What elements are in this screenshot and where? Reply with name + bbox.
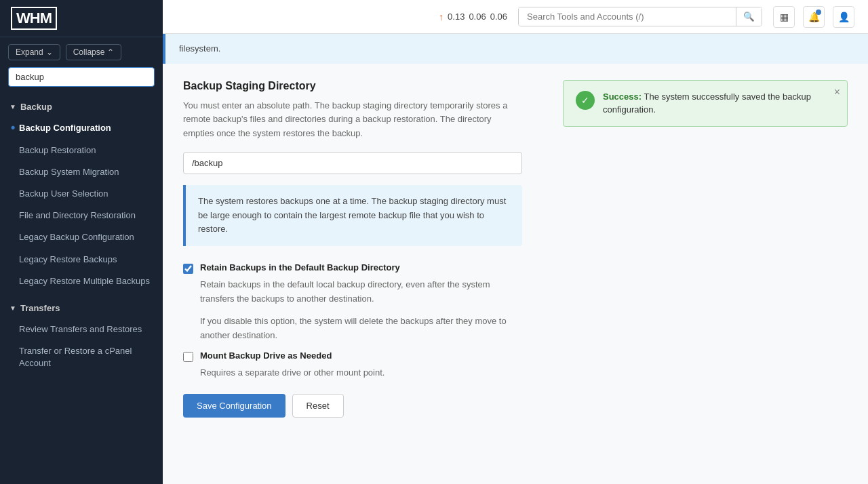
section-description: You must enter an absolute path. The bac… — [183, 99, 522, 141]
content-area: filesystem. Backup Staging Directory You… — [163, 34, 868, 484]
sidebar-item-legacy-backup-configuration[interactable]: Legacy Backup Configuration — [0, 226, 163, 248]
chevron-down-icon: ▼ — [9, 304, 16, 312]
sidebar-item-label: Legacy Restore Multiple Backups — [19, 276, 150, 286]
col-right: ✓ Success: The system successfully saved… — [542, 80, 848, 127]
reset-button[interactable]: Reset — [292, 394, 344, 418]
sidebar-item-label: Transfer or Restore a cPanel Account — [19, 346, 132, 368]
transfers-group-label: Transfers — [20, 303, 60, 313]
search-icon: 🔍 — [743, 12, 755, 22]
sidebar: WHM Expand ⌄ Collapse ⌃ ▼ Backup Backup … — [0, 0, 163, 484]
success-check-icon: ✓ — [576, 91, 595, 110]
expand-icon: ⌄ — [46, 47, 53, 57]
backup-path-input[interactable] — [183, 152, 522, 174]
topbar-icons: ▦ 🔔 👤 — [773, 6, 854, 28]
success-close-button[interactable]: × — [834, 86, 840, 98]
sidebar-item-label: Backup Restoration — [19, 145, 96, 155]
nav-transfers-group: ▼ Transfers Review Transfers and Restore… — [0, 295, 163, 378]
button-row: Save Configuration Reset — [183, 394, 522, 418]
sidebar-item-backup-restoration[interactable]: Backup Restoration — [0, 140, 163, 161]
user-button[interactable]: 👤 — [833, 6, 854, 28]
load-indicator: ↑ 0.13 0.06 0.06 — [439, 12, 507, 22]
save-button-label: Save Configuration — [197, 401, 272, 411]
filesystem-banner-text: filesystem. — [179, 43, 220, 54]
backup-group-label: Backup — [20, 102, 52, 112]
retain-backups-desc1: Retain backups in the default local back… — [200, 278, 522, 306]
sidebar-item-transfer-restore-cpanel[interactable]: Transfer or Restore a cPanel Account — [0, 340, 163, 374]
sidebar-item-legacy-restore-multiple[interactable]: Legacy Restore Multiple Backups — [0, 270, 163, 292]
topbar: ↑ 0.13 0.06 0.06 🔍 ▦ 🔔 👤 — [163, 0, 868, 34]
notification-dot — [816, 9, 821, 15]
info-box: The system restores backups one at a tim… — [183, 185, 522, 246]
section-title: Backup Staging Directory — [183, 80, 522, 92]
mount-backup-row: Mount Backup Drive as Needed — [183, 350, 522, 362]
transfers-group-header[interactable]: ▼ Transfers — [0, 298, 163, 319]
sidebar-item-backup-user-selection[interactable]: Backup User Selection — [0, 183, 163, 205]
save-configuration-button[interactable]: Save Configuration — [183, 394, 285, 418]
collapse-button[interactable]: Collapse ⌃ — [66, 44, 122, 60]
sidebar-item-label: File and Directory Restoration — [19, 210, 136, 220]
sidebar-item-file-directory-restoration[interactable]: File and Directory Restoration — [0, 205, 163, 226]
col-left: Backup Staging Directory You must enter … — [183, 80, 522, 418]
content-body: Backup Staging Directory You must enter … — [163, 64, 868, 435]
sidebar-item-label: Legacy Backup Configuration — [19, 232, 134, 242]
sidebar-item-review-transfers[interactable]: Review Transfers and Restores — [0, 319, 163, 340]
user-icon: 👤 — [838, 12, 850, 22]
load-value-1: 0.13 — [448, 12, 465, 22]
expand-button[interactable]: Expand ⌄ — [8, 44, 60, 60]
search-button[interactable]: 🔍 — [736, 7, 762, 26]
grid-icon: ▦ — [780, 12, 789, 22]
search-bar: 🔍 — [518, 7, 762, 26]
logo-area: WHM — [0, 0, 163, 37]
sidebar-item-label: Review Transfers and Restores — [19, 324, 142, 334]
collapse-icon: ⌃ — [107, 47, 114, 57]
two-col-layout: Backup Staging Directory You must enter … — [183, 80, 848, 418]
grid-icon-button[interactable]: ▦ — [773, 6, 795, 28]
expand-label: Expand — [16, 47, 43, 57]
sidebar-item-label: Backup User Selection — [19, 188, 108, 199]
sidebar-item-label: Backup System Migration — [19, 167, 119, 177]
sidebar-item-label: Backup Configuration — [19, 123, 111, 133]
success-text: Success: The system successfully saved t… — [603, 90, 835, 117]
mount-backup-label: Mount Backup Drive as Needed — [200, 350, 332, 361]
reset-button-label: Reset — [307, 401, 330, 411]
success-title: Success: — [603, 92, 642, 102]
nav-backup-group: ▼ Backup Backup Configuration Backup Res… — [0, 94, 163, 295]
success-banner: ✓ Success: The system successfully saved… — [563, 80, 848, 127]
collapse-label: Collapse — [73, 47, 105, 57]
search-input[interactable] — [519, 7, 736, 26]
backup-group-header[interactable]: ▼ Backup — [0, 96, 163, 117]
notifications-button[interactable]: 🔔 — [803, 6, 825, 28]
sidebar-search-input[interactable] — [8, 67, 155, 87]
retain-backups-label: Retain Backups in the Default Backup Dir… — [200, 262, 400, 273]
load-value-3: 0.06 — [490, 12, 507, 22]
mount-backup-checkbox[interactable] — [183, 352, 193, 362]
sidebar-item-backup-configuration[interactable]: Backup Configuration — [0, 117, 163, 139]
info-box-text: The system restores backups one at a tim… — [198, 196, 506, 235]
retain-backups-desc2: If you disable this option, the system w… — [200, 315, 522, 343]
retain-backups-checkbox[interactable] — [183, 264, 193, 274]
sidebar-item-backup-system-migration[interactable]: Backup System Migration — [0, 161, 163, 183]
load-value-2: 0.06 — [469, 12, 486, 22]
chevron-down-icon: ▼ — [9, 103, 16, 110]
retain-backups-row: Retain Backups in the Default Backup Dir… — [183, 262, 522, 274]
mount-backup-desc: Requires a separate drive or other mount… — [200, 366, 522, 380]
load-arrow-icon: ↑ — [439, 12, 443, 22]
filesystem-banner: filesystem. — [163, 34, 868, 64]
expand-collapse-controls: Expand ⌄ Collapse ⌃ — [0, 37, 163, 67]
main-area: ↑ 0.13 0.06 0.06 🔍 ▦ 🔔 👤 file — [163, 0, 868, 484]
sidebar-item-legacy-restore-backups[interactable]: Legacy Restore Backups — [0, 249, 163, 270]
sidebar-item-label: Legacy Restore Backups — [19, 254, 117, 264]
whm-logo: WHM — [11, 7, 57, 30]
